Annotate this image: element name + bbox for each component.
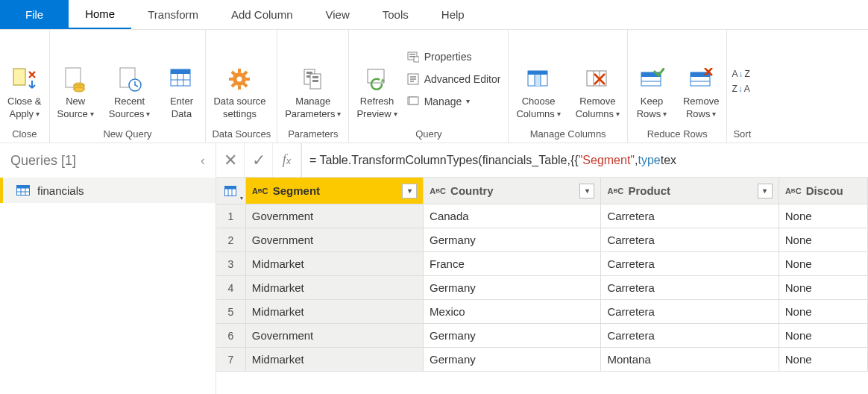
remove-rows-label-1: Remove	[683, 96, 719, 107]
cell-country[interactable]: Germany	[424, 324, 601, 348]
svg-point-14	[237, 76, 242, 81]
text-type-icon: ABC	[430, 183, 446, 199]
group-data-sources-label: Data Sources	[206, 125, 277, 143]
keep-rows-label-2: Rows	[637, 108, 661, 120]
tab-add-column[interactable]: Add Column	[215, 0, 309, 29]
cell-segment[interactable]: Midmarket	[246, 300, 424, 324]
cell-discount[interactable]: None	[779, 324, 868, 348]
fx-button[interactable]: fx	[273, 143, 301, 177]
table-row[interactable]: 7MidmarketGermanyMontanaNone	[216, 348, 868, 372]
enter-data-button[interactable]: Enter Data	[157, 30, 205, 125]
group-manage-columns-label: Manage Columns	[509, 125, 627, 143]
column-dropdown-icon[interactable]: ▾	[402, 184, 417, 198]
cell-discount[interactable]: None	[779, 228, 868, 252]
group-new-query: New Source▾ Recent Sources▾ Enter Data N…	[50, 30, 207, 143]
tab-home[interactable]: Home	[69, 0, 131, 29]
tab-view[interactable]: View	[309, 0, 366, 29]
cell-segment[interactable]: Midmarket	[246, 252, 424, 276]
svg-rect-38	[528, 71, 547, 75]
cell-country[interactable]: Germany	[424, 228, 601, 252]
table-row[interactable]: 4MidmarketGermanyCarreteraNone	[216, 276, 868, 300]
keep-rows-button[interactable]: Keep Rows▾	[628, 30, 676, 125]
ribbon: Close & Apply▾ Close New Source▾ Recent …	[0, 30, 868, 143]
row-number[interactable]: 5	[216, 300, 246, 324]
col-label-product: Product	[628, 184, 670, 197]
recent-sources-label-2: Sources	[109, 108, 145, 120]
commit-formula-button[interactable]: ✓	[245, 143, 273, 177]
manage-parameters-button[interactable]: Manage Parameters▾	[277, 30, 348, 125]
cell-country[interactable]: Mexico	[424, 300, 601, 324]
data-source-label-1: Data source	[213, 96, 265, 107]
choose-cols-label-2: Columns	[516, 108, 554, 120]
select-all-cell[interactable]: ▾	[216, 178, 246, 204]
svg-line-21	[244, 72, 247, 75]
cell-product[interactable]: Carretera	[601, 324, 779, 348]
grid-header-row: ▾ ABC Segment ▾ ABC Country ▾ ABC Produc…	[216, 178, 868, 204]
column-dropdown-icon[interactable]: ▾	[579, 184, 594, 198]
table-row[interactable]: 2GovernmentGermanyCarreteraNone	[216, 228, 868, 252]
svg-rect-0	[13, 69, 25, 85]
cancel-formula-button[interactable]: ✕	[216, 143, 245, 177]
table-row[interactable]: 5MidmarketMexicoCarreteraNone	[216, 300, 868, 324]
choose-columns-button[interactable]: Choose Columns▾	[509, 30, 567, 125]
right-pane: ✕ ✓ fx = Table.TransformColumnTypes(fina…	[216, 143, 868, 394]
formula-input[interactable]: = Table.TransformColumnTypes(financials_…	[301, 143, 868, 177]
row-number[interactable]: 1	[216, 204, 246, 228]
column-header-segment[interactable]: ABC Segment ▾	[246, 178, 424, 204]
tab-help[interactable]: Help	[425, 0, 481, 29]
gear-icon	[226, 64, 253, 94]
manage-query-button[interactable]: Manage ▾	[406, 91, 501, 112]
sort-descending-button[interactable]: Z↓A	[732, 84, 749, 94]
cell-product[interactable]: Carretera	[601, 300, 779, 324]
tab-transform[interactable]: Transform	[131, 0, 215, 29]
group-sort-label: Sort	[727, 125, 757, 143]
remove-columns-button[interactable]: Remove Columns▾	[568, 30, 627, 125]
cell-discount[interactable]: None	[779, 204, 868, 228]
row-number[interactable]: 3	[216, 252, 246, 276]
sort-ascending-button[interactable]: A↓Z	[732, 69, 749, 79]
row-number[interactable]: 2	[216, 228, 246, 252]
cell-country[interactable]: Germany	[424, 348, 601, 372]
refresh-preview-button[interactable]: Refresh Preview▾	[349, 30, 404, 125]
cell-country[interactable]: Canada	[424, 204, 601, 228]
col-label-country: Country	[450, 184, 494, 197]
table-row[interactable]: 6GovernmentGermanyCarreteraNone	[216, 324, 868, 348]
cell-discount[interactable]: None	[779, 276, 868, 300]
query-item-financials[interactable]: financials	[0, 178, 216, 203]
collapse-pane-icon[interactable]: ‹	[201, 153, 205, 169]
row-number[interactable]: 7	[216, 348, 246, 372]
recent-sources-button[interactable]: Recent Sources▾	[101, 30, 158, 125]
table-row[interactable]: 1GovernmentCanadaCarreteraNone	[216, 204, 868, 228]
column-header-product[interactable]: ABC Product ▾	[601, 178, 779, 204]
column-header-discount[interactable]: ABC Discou	[779, 178, 868, 204]
cell-product[interactable]: Carretera	[601, 276, 779, 300]
row-number[interactable]: 6	[216, 324, 246, 348]
cell-country[interactable]: Germany	[424, 276, 601, 300]
cell-discount[interactable]: None	[779, 300, 868, 324]
cell-segment[interactable]: Midmarket	[246, 348, 424, 372]
cell-product[interactable]: Carretera	[601, 252, 779, 276]
cell-product[interactable]: Carretera	[601, 228, 779, 252]
properties-button[interactable]: Properties	[406, 46, 501, 67]
tab-file[interactable]: File	[0, 0, 69, 29]
cell-segment[interactable]: Government	[246, 324, 424, 348]
row-number[interactable]: 4	[216, 276, 246, 300]
remove-rows-button[interactable]: Remove Rows▾	[676, 30, 726, 125]
cell-segment[interactable]: Midmarket	[246, 276, 424, 300]
tab-tools[interactable]: Tools	[366, 0, 425, 29]
cell-discount[interactable]: None	[779, 252, 868, 276]
table-row[interactable]: 3MidmarketFranceCarreteraNone	[216, 252, 868, 276]
cell-segment[interactable]: Government	[246, 228, 424, 252]
close-and-apply-button[interactable]: Close & Apply▾	[0, 30, 49, 125]
cell-product[interactable]: Montana	[601, 348, 779, 372]
cell-segment[interactable]: Government	[246, 204, 424, 228]
data-source-settings-button[interactable]: Data source settings	[206, 30, 273, 125]
advanced-editor-button[interactable]: Advanced Editor	[406, 69, 501, 90]
new-source-button[interactable]: New Source▾	[50, 30, 101, 125]
column-header-country[interactable]: ABC Country ▾	[424, 178, 601, 204]
svg-rect-57	[225, 186, 236, 189]
cell-discount[interactable]: None	[779, 348, 868, 372]
column-dropdown-icon[interactable]: ▾	[758, 184, 773, 198]
cell-country[interactable]: France	[424, 252, 601, 276]
cell-product[interactable]: Carretera	[601, 204, 779, 228]
